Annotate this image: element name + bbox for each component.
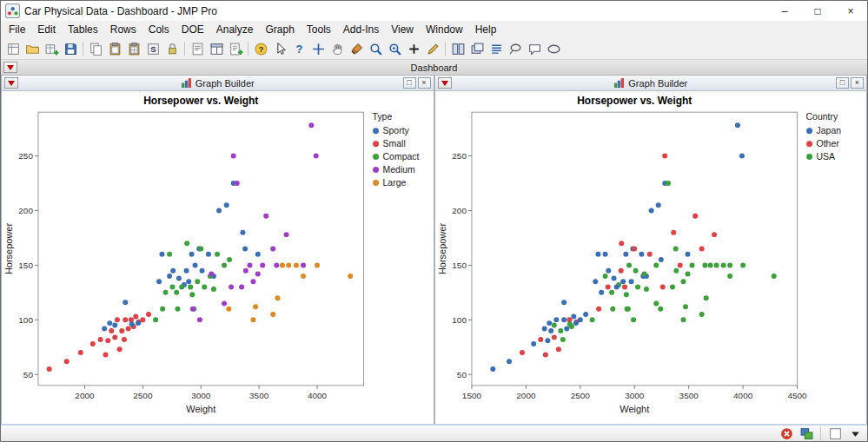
data-point[interactable]: [200, 268, 205, 274]
data-point[interactable]: [216, 208, 222, 213]
data-point[interactable]: [541, 326, 547, 331]
data-point[interactable]: [239, 285, 244, 290]
data-point[interactable]: [605, 285, 610, 290]
data-point[interactable]: [624, 307, 629, 312]
data-point[interactable]: [699, 312, 704, 317]
data-point[interactable]: [653, 300, 659, 306]
data-point[interactable]: [156, 279, 162, 284]
error-log-button[interactable]: [778, 426, 795, 441]
summary-button[interactable]: S: [143, 40, 162, 58]
scatter-plot-by-type[interactable]: Horsepower vs. Weight2000250030003500400…: [2, 91, 434, 424]
minimize-button[interactable]: –: [768, 1, 801, 21]
data-point[interactable]: [140, 317, 145, 322]
data-point[interactable]: [727, 274, 732, 279]
legend-label[interactable]: USA: [816, 152, 835, 162]
checkbox-button[interactable]: [826, 426, 844, 441]
data-point[interactable]: [561, 317, 567, 322]
data-point[interactable]: [224, 202, 229, 208]
data-point[interactable]: [680, 279, 686, 284]
data-point[interactable]: [555, 346, 560, 352]
data-point[interactable]: [119, 328, 124, 333]
data-point[interactable]: [622, 285, 627, 290]
data-point[interactable]: [593, 279, 598, 284]
data-point[interactable]: [243, 268, 248, 274]
journal-button[interactable]: [188, 40, 207, 58]
data-point[interactable]: [639, 252, 644, 257]
legend-swatch[interactable]: [373, 128, 379, 134]
paste-special-button[interactable]: [124, 40, 143, 58]
data-point[interactable]: [270, 312, 275, 317]
data-point[interactable]: [713, 262, 719, 267]
data-point[interactable]: [160, 307, 165, 312]
data-point[interactable]: [685, 252, 690, 257]
data-point[interactable]: [242, 247, 248, 252]
legend-swatch[interactable]: [373, 167, 379, 173]
new-table-button[interactable]: [3, 40, 23, 58]
menu-item-edit[interactable]: Edit: [31, 22, 62, 37]
data-point[interactable]: [136, 320, 141, 326]
data-point[interactable]: [643, 287, 648, 292]
legend-swatch[interactable]: [806, 128, 812, 134]
data-point[interactable]: [274, 262, 279, 267]
data-point[interactable]: [670, 285, 675, 290]
data-point[interactable]: [193, 262, 198, 267]
brush-tool-button[interactable]: [347, 40, 366, 58]
data-point[interactable]: [602, 274, 607, 279]
lasso-tool-button[interactable]: [506, 40, 525, 58]
data-point[interactable]: [589, 317, 594, 322]
legend-swatch[interactable]: [806, 154, 812, 160]
menu-item-view[interactable]: View: [385, 22, 420, 37]
data-point[interactable]: [202, 285, 207, 290]
legend-swatch[interactable]: [373, 154, 379, 160]
panel-maximize-button[interactable]: □: [403, 77, 416, 89]
menu-item-tables[interactable]: Tables: [62, 22, 104, 37]
data-point[interactable]: [633, 268, 638, 274]
data-point[interactable]: [611, 275, 616, 280]
data-point[interactable]: [553, 317, 559, 322]
data-point[interactable]: [734, 122, 739, 128]
data-point[interactable]: [179, 285, 184, 290]
plus-tool-button[interactable]: [404, 40, 423, 58]
panel-close-button[interactable]: ×: [851, 77, 864, 89]
data-point[interactable]: [222, 300, 227, 306]
data-point[interactable]: [227, 257, 232, 262]
zoom-tool-button[interactable]: [385, 40, 404, 58]
data-point[interactable]: [109, 328, 114, 333]
legend-label[interactable]: Sporty: [383, 126, 410, 135]
data-point[interactable]: [170, 285, 176, 290]
x-axis-title[interactable]: Weight: [620, 404, 649, 414]
data-point[interactable]: [308, 122, 314, 128]
data-point[interactable]: [613, 285, 619, 290]
data-point[interactable]: [301, 262, 306, 267]
data-point[interactable]: [301, 274, 306, 279]
data-point[interactable]: [610, 307, 615, 312]
data-point[interactable]: [641, 271, 646, 276]
window-manager-button[interactable]: [798, 426, 815, 441]
data-point[interactable]: [577, 317, 582, 322]
data-point[interactable]: [286, 262, 291, 267]
maximize-button[interactable]: □: [801, 1, 834, 21]
data-point[interactable]: [632, 247, 637, 252]
data-point[interactable]: [680, 317, 686, 322]
data-point[interactable]: [671, 230, 676, 235]
data-point[interactable]: [206, 252, 211, 257]
data-point[interactable]: [560, 337, 565, 342]
data-point[interactable]: [689, 262, 694, 267]
data-point[interactable]: [146, 312, 151, 317]
data-point[interactable]: [90, 341, 96, 346]
legend-label[interactable]: Large: [383, 178, 407, 188]
close-button[interactable]: ×: [834, 1, 867, 21]
data-point[interactable]: [564, 326, 569, 331]
y-axis-title[interactable]: Horsepower: [3, 223, 14, 274]
data-point[interactable]: [174, 290, 179, 295]
tile-windows-button[interactable]: [448, 40, 467, 58]
data-point[interactable]: [215, 252, 220, 257]
data-point[interactable]: [573, 320, 578, 326]
data-point[interactable]: [628, 279, 633, 284]
layout-button[interactable]: [207, 40, 226, 58]
data-point[interactable]: [253, 304, 258, 309]
data-point[interactable]: [251, 317, 256, 322]
data-point[interactable]: [602, 252, 607, 257]
data-point[interactable]: [231, 154, 236, 159]
data-point[interactable]: [662, 154, 667, 159]
